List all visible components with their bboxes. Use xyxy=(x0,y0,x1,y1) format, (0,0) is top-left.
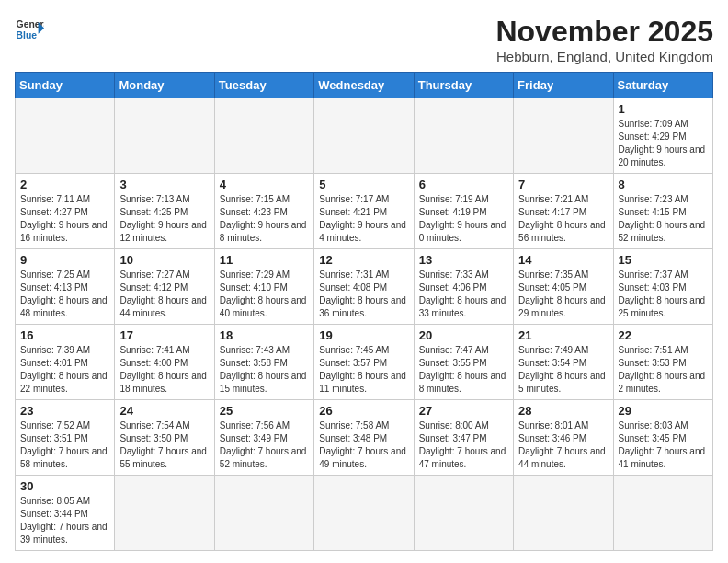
calendar-cell: 3Sunrise: 7:13 AMSunset: 4:25 PMDaylight… xyxy=(115,174,214,249)
day-number: 9 xyxy=(20,253,109,267)
day-info: Sunrise: 7:23 AMSunset: 4:15 PMDaylight:… xyxy=(619,193,708,245)
col-header-friday: Friday xyxy=(514,73,613,98)
day-number: 22 xyxy=(619,328,708,342)
calendar-cell: 29Sunrise: 8:03 AMSunset: 3:45 PMDayligh… xyxy=(613,400,712,476)
day-info: Sunrise: 7:35 AMSunset: 4:05 PMDaylight:… xyxy=(518,269,608,320)
week-row-2: 9Sunrise: 7:25 AMSunset: 4:13 PMDaylight… xyxy=(16,249,713,325)
page-container: General Blue November 2025 Hebburn, Engl… xyxy=(15,15,713,551)
day-number: 6 xyxy=(419,178,508,191)
calendar-cell xyxy=(314,476,414,551)
week-row-4: 23Sunrise: 7:52 AMSunset: 3:51 PMDayligh… xyxy=(16,400,713,476)
day-info: Sunrise: 7:15 AMSunset: 4:23 PMDaylight:… xyxy=(220,193,309,245)
location: Hebburn, England, United Kingdom xyxy=(495,49,713,64)
day-info: Sunrise: 7:21 AMSunset: 4:17 PMDaylight:… xyxy=(518,193,608,245)
calendar-cell xyxy=(214,476,313,551)
day-number: 2 xyxy=(20,178,109,191)
day-info: Sunrise: 8:00 AMSunset: 3:47 PMDaylight:… xyxy=(419,419,508,471)
calendar-cell xyxy=(16,98,115,174)
calendar-cell: 30Sunrise: 8:05 AMSunset: 3:44 PMDayligh… xyxy=(16,476,115,551)
calendar-cell: 19Sunrise: 7:45 AMSunset: 3:57 PMDayligh… xyxy=(314,325,414,400)
day-number: 17 xyxy=(119,328,209,342)
calendar-cell: 25Sunrise: 7:56 AMSunset: 3:49 PMDayligh… xyxy=(214,400,313,476)
week-row-5: 30Sunrise: 8:05 AMSunset: 3:44 PMDayligh… xyxy=(16,476,713,551)
day-info: Sunrise: 7:13 AMSunset: 4:25 PMDaylight:… xyxy=(119,193,209,245)
calendar-cell: 28Sunrise: 8:01 AMSunset: 3:46 PMDayligh… xyxy=(514,400,613,476)
logo-icon: General Blue xyxy=(15,15,44,44)
day-info: Sunrise: 7:47 AMSunset: 3:55 PMDaylight:… xyxy=(419,344,508,396)
day-number: 15 xyxy=(619,253,708,267)
day-number: 28 xyxy=(518,404,608,418)
calendar-cell: 27Sunrise: 8:00 AMSunset: 3:47 PMDayligh… xyxy=(414,400,513,476)
day-number: 4 xyxy=(220,178,309,191)
calendar-cell xyxy=(514,98,613,174)
day-info: Sunrise: 7:31 AMSunset: 4:08 PMDaylight:… xyxy=(319,269,408,320)
day-number: 21 xyxy=(518,328,608,342)
day-number: 3 xyxy=(119,178,209,191)
calendar-cell: 24Sunrise: 7:54 AMSunset: 3:50 PMDayligh… xyxy=(115,400,214,476)
calendar-cell xyxy=(115,476,214,551)
col-header-tuesday: Tuesday xyxy=(214,73,313,98)
col-header-sunday: Sunday xyxy=(16,73,115,98)
calendar-cell xyxy=(414,98,513,174)
day-info: Sunrise: 8:01 AMSunset: 3:46 PMDaylight:… xyxy=(518,419,608,471)
col-header-monday: Monday xyxy=(115,73,214,98)
day-info: Sunrise: 7:41 AMSunset: 4:00 PMDaylight:… xyxy=(119,344,209,396)
day-info: Sunrise: 7:52 AMSunset: 3:51 PMDaylight:… xyxy=(20,419,109,471)
calendar-cell: 14Sunrise: 7:35 AMSunset: 4:05 PMDayligh… xyxy=(514,249,613,325)
svg-text:Blue: Blue xyxy=(17,30,38,40)
day-info: Sunrise: 7:19 AMSunset: 4:19 PMDaylight:… xyxy=(419,193,508,245)
week-row-3: 16Sunrise: 7:39 AMSunset: 4:01 PMDayligh… xyxy=(16,325,713,400)
week-row-1: 2Sunrise: 7:11 AMSunset: 4:27 PMDaylight… xyxy=(16,174,713,249)
calendar-cell: 11Sunrise: 7:29 AMSunset: 4:10 PMDayligh… xyxy=(214,249,313,325)
day-number: 25 xyxy=(220,404,309,418)
day-number: 1 xyxy=(619,102,708,116)
day-info: Sunrise: 7:39 AMSunset: 4:01 PMDaylight:… xyxy=(20,344,109,396)
calendar-cell xyxy=(613,476,712,551)
col-header-thursday: Thursday xyxy=(414,73,513,98)
day-number: 26 xyxy=(319,404,408,418)
calendar-cell: 9Sunrise: 7:25 AMSunset: 4:13 PMDaylight… xyxy=(16,249,115,325)
week-row-0: 1Sunrise: 7:09 AMSunset: 4:29 PMDaylight… xyxy=(16,98,713,174)
calendar-cell: 20Sunrise: 7:47 AMSunset: 3:55 PMDayligh… xyxy=(414,325,513,400)
month-title: November 2025 xyxy=(495,15,713,49)
calendar-cell: 6Sunrise: 7:19 AMSunset: 4:19 PMDaylight… xyxy=(414,174,513,249)
day-number: 19 xyxy=(319,328,408,342)
day-number: 24 xyxy=(119,404,209,418)
day-number: 7 xyxy=(518,178,608,191)
calendar-table: SundayMondayTuesdayWednesdayThursdayFrid… xyxy=(15,72,713,551)
day-info: Sunrise: 7:49 AMSunset: 3:54 PMDaylight:… xyxy=(518,344,608,396)
calendar-cell: 12Sunrise: 7:31 AMSunset: 4:08 PMDayligh… xyxy=(314,249,414,325)
day-number: 20 xyxy=(419,328,508,342)
day-number: 12 xyxy=(319,253,408,267)
calendar-cell: 15Sunrise: 7:37 AMSunset: 4:03 PMDayligh… xyxy=(613,249,712,325)
day-info: Sunrise: 7:33 AMSunset: 4:06 PMDaylight:… xyxy=(419,269,508,320)
day-number: 5 xyxy=(319,178,408,191)
day-number: 27 xyxy=(419,404,508,418)
day-number: 18 xyxy=(220,328,309,342)
calendar-cell xyxy=(514,476,613,551)
day-info: Sunrise: 7:58 AMSunset: 3:48 PMDaylight:… xyxy=(319,419,408,471)
calendar-header-row: SundayMondayTuesdayWednesdayThursdayFrid… xyxy=(16,73,713,98)
calendar-cell: 7Sunrise: 7:21 AMSunset: 4:17 PMDaylight… xyxy=(514,174,613,249)
calendar-cell: 17Sunrise: 7:41 AMSunset: 4:00 PMDayligh… xyxy=(115,325,214,400)
calendar-cell: 5Sunrise: 7:17 AMSunset: 4:21 PMDaylight… xyxy=(314,174,414,249)
logo: General Blue xyxy=(15,15,44,44)
calendar-cell xyxy=(414,476,513,551)
calendar-cell: 10Sunrise: 7:27 AMSunset: 4:12 PMDayligh… xyxy=(115,249,214,325)
day-number: 13 xyxy=(419,253,508,267)
day-info: Sunrise: 7:37 AMSunset: 4:03 PMDaylight:… xyxy=(619,269,708,320)
day-info: Sunrise: 8:03 AMSunset: 3:45 PMDaylight:… xyxy=(619,419,708,471)
day-number: 8 xyxy=(619,178,708,191)
day-info: Sunrise: 7:45 AMSunset: 3:57 PMDaylight:… xyxy=(319,344,408,396)
calendar-cell: 1Sunrise: 7:09 AMSunset: 4:29 PMDaylight… xyxy=(613,98,712,174)
calendar-cell: 4Sunrise: 7:15 AMSunset: 4:23 PMDaylight… xyxy=(214,174,313,249)
day-number: 10 xyxy=(119,253,209,267)
day-number: 11 xyxy=(220,253,309,267)
calendar-cell: 18Sunrise: 7:43 AMSunset: 3:58 PMDayligh… xyxy=(214,325,313,400)
day-info: Sunrise: 7:17 AMSunset: 4:21 PMDaylight:… xyxy=(319,193,408,245)
calendar-cell: 23Sunrise: 7:52 AMSunset: 3:51 PMDayligh… xyxy=(16,400,115,476)
day-number: 14 xyxy=(518,253,608,267)
title-area: November 2025 Hebburn, England, United K… xyxy=(495,15,713,64)
day-number: 16 xyxy=(20,328,109,342)
calendar-cell xyxy=(314,98,414,174)
